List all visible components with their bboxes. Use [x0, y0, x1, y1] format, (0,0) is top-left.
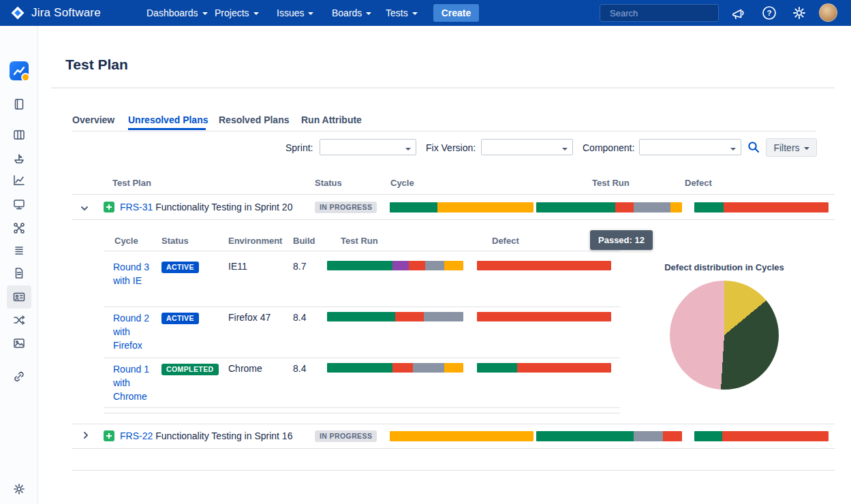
test-run-progress-bar[interactable]	[536, 431, 682, 441]
defect-progress-bar[interactable]	[477, 363, 611, 373]
expand-chevron-icon[interactable]	[81, 430, 91, 440]
test-run-progress-bar[interactable]	[327, 363, 463, 373]
chevron-down-icon	[412, 12, 418, 15]
link-icon	[12, 370, 26, 383]
divider	[104, 358, 620, 358]
sidebar-item-documents[interactable]	[12, 266, 26, 280]
issue-key-link[interactable]: FRS-31	[120, 202, 153, 212]
bar-segment	[390, 431, 533, 441]
cycle-status-badge: ACTIVE	[161, 313, 199, 324]
create-button[interactable]: Create	[433, 4, 479, 22]
pie-chart-title: Defect distribution in Cycles	[656, 262, 792, 272]
cycle-progress-bar[interactable]	[390, 202, 533, 212]
col-header-status: Status	[161, 236, 189, 246]
global-search[interactable]	[600, 4, 719, 22]
jira-logo-icon	[10, 5, 26, 21]
bar-segment	[634, 431, 663, 441]
chevron-down-icon	[562, 148, 568, 151]
jira-home-link[interactable]: Jira Software	[10, 0, 101, 26]
sidebar-item-releases[interactable]	[12, 152, 26, 166]
media-image-icon	[12, 336, 26, 350]
sidebar-item-shuffle[interactable]	[12, 313, 26, 327]
bar-segment	[663, 431, 682, 441]
divider	[51, 87, 835, 89]
plan-summary: Functionality Testing in Sprint 16	[155, 430, 292, 441]
menu-dashboards-label: Dashboards	[146, 7, 198, 18]
bar-segment	[444, 261, 463, 270]
cycle-link[interactable]: Round 3 with IE	[113, 260, 157, 287]
cycle-progress-bar[interactable]	[390, 431, 533, 441]
help-icon[interactable]: ?	[761, 5, 777, 21]
bar-segment	[437, 202, 533, 212]
sidebar-item-backlog[interactable]	[12, 244, 26, 257]
search-input[interactable]	[610, 8, 730, 18]
defect-distribution-pie-chart[interactable]	[670, 281, 779, 390]
reports-chart-icon	[12, 174, 26, 187]
sprint-label: Sprint:	[285, 142, 313, 153]
issue-type-icon	[104, 430, 114, 441]
col-header-cycle: Cycle	[390, 178, 414, 188]
sidebar-item-media[interactable]	[12, 336, 26, 350]
sidebar-item-test-plans[interactable]	[12, 290, 26, 304]
issue-key-link[interactable]: FRS-22	[120, 430, 153, 441]
divider	[104, 251, 620, 251]
bar-segment	[390, 202, 437, 212]
defect-progress-bar[interactable]	[694, 431, 829, 441]
sprint-select[interactable]	[320, 139, 416, 155]
test-run-progress-bar[interactable]	[327, 261, 463, 270]
sidebar-item-book[interactable]	[12, 97, 26, 111]
cycle-link[interactable]: Round 2 with Firefox	[113, 311, 157, 352]
top-navigation-bar: Jira Software Dashboards Projects Issues…	[0, 0, 851, 26]
test-run-progress-bar[interactable]	[536, 202, 682, 212]
bar-segment	[615, 202, 634, 212]
col-header-defect: Defect	[492, 236, 519, 246]
defect-progress-bar[interactable]	[477, 312, 611, 321]
menu-issues[interactable]: Issues	[277, 0, 313, 26]
bar-segment	[444, 363, 463, 373]
col-header-test-run: Test Run	[341, 236, 378, 246]
project-sidebar	[0, 26, 38, 504]
chevron-down-icon	[253, 12, 259, 15]
test-run-progress-bar[interactable]	[327, 312, 463, 321]
sidebar-item-links[interactable]	[12, 370, 26, 383]
sidebar-item-board[interactable]	[12, 128, 26, 142]
apply-filter-search-icon[interactable]	[747, 140, 760, 154]
sidebar-item-reports[interactable]	[12, 174, 26, 187]
tab-overview[interactable]: Overview	[72, 114, 114, 125]
bar-segment	[694, 431, 722, 441]
defect-progress-bar[interactable]	[477, 261, 611, 270]
col-header-test-plan: Test Plan	[112, 178, 151, 188]
filters-button[interactable]: Filters	[766, 138, 817, 157]
chevron-down-icon	[366, 12, 371, 15]
bar-segment	[327, 312, 395, 321]
menu-boards[interactable]: Boards	[332, 0, 371, 26]
sidebar-item-tests[interactable]	[12, 198, 26, 211]
sidebar-item-components[interactable]	[12, 221, 26, 235]
status-badge: IN PROGRESS	[315, 202, 377, 213]
cycle-link[interactable]: Round 1 with Chrome	[113, 362, 157, 403]
fix-version-select[interactable]	[481, 139, 573, 155]
component-select[interactable]	[639, 139, 741, 155]
chevron-down-icon	[730, 148, 736, 151]
menu-projects[interactable]: Projects	[215, 0, 259, 26]
feedback-megaphone-icon[interactable]	[730, 5, 747, 21]
active-tab-indicator	[128, 128, 206, 130]
bar-segment	[724, 202, 829, 212]
menu-dashboards[interactable]: Dashboards	[146, 0, 208, 26]
bar-segment	[424, 312, 463, 321]
defect-progress-bar[interactable]	[694, 202, 829, 212]
tab-resolved-plans[interactable]: Resolved Plans	[219, 114, 290, 125]
bar-segment	[722, 431, 829, 441]
bar-segment	[477, 261, 611, 270]
build-value: 8.4	[293, 312, 306, 323]
menu-tests[interactable]: Tests	[386, 0, 418, 26]
tab-unresolved-plans[interactable]: Unresolved Plans	[128, 114, 208, 125]
sidebar-settings[interactable]	[12, 482, 26, 496]
settings-gear-icon[interactable]	[791, 5, 807, 21]
user-avatar[interactable]	[819, 3, 837, 22]
environment-value: Firefox 47	[228, 312, 270, 323]
tab-run-attribute[interactable]: Run Attribute	[301, 114, 362, 125]
collapse-chevron-icon[interactable]	[80, 204, 89, 213]
plan-title: FRS-31 Functionality Testing in Sprint 2…	[120, 202, 292, 212]
chevron-down-icon	[804, 147, 809, 150]
